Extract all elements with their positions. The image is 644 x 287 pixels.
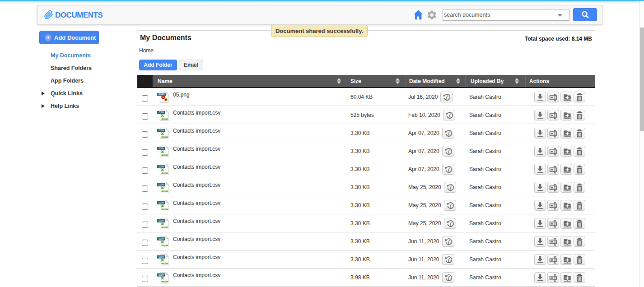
svg-text:CSV: CSV	[163, 172, 167, 174]
svg-text:CSV: CSV	[163, 190, 167, 192]
svg-text:CSV: CSV	[163, 136, 167, 138]
svg-text:CSV: CSV	[159, 147, 164, 150]
svg-text:CSV: CSV	[159, 219, 164, 222]
svg-text:CSV: CSV	[163, 227, 167, 228]
svg-text:CSV: CSV	[163, 245, 167, 246]
svg-text:CSV: CSV	[159, 255, 164, 258]
svg-text:CSV: CSV	[159, 183, 164, 186]
svg-text:CSV: CSV	[159, 201, 164, 204]
svg-text:CSV: CSV	[159, 237, 164, 240]
svg-text:CSV: CSV	[159, 111, 164, 114]
svg-text:CSV: CSV	[159, 165, 164, 168]
svg-text:CSV: CSV	[163, 118, 167, 120]
svg-text:CSV: CSV	[163, 154, 167, 156]
svg-text:PNG: PNG	[159, 93, 164, 96]
svg-text:CSV: CSV	[159, 129, 164, 132]
svg-text:CSV: CSV	[163, 263, 167, 264]
svg-text:CSV: CSV	[163, 281, 167, 282]
svg-text:CSV: CSV	[163, 208, 167, 210]
svg-text:CSV: CSV	[159, 273, 164, 276]
